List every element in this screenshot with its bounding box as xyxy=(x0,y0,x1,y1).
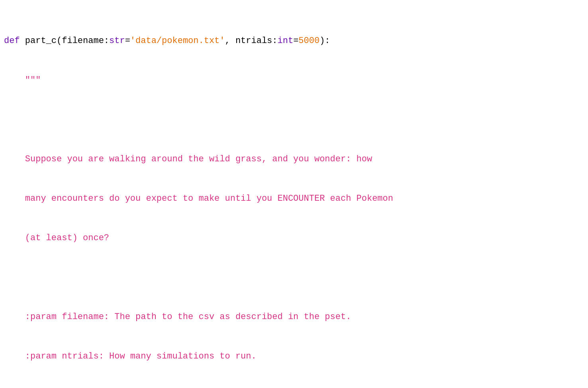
keyword-def: def xyxy=(4,36,20,46)
equals-sign2: = xyxy=(293,36,298,46)
default-ntrials: 5000 xyxy=(298,36,319,46)
equals-sign: = xyxy=(125,36,130,46)
type-str: str xyxy=(109,36,125,46)
blank-line-1 xyxy=(4,113,584,126)
function-name: part_c(filename: xyxy=(20,36,109,46)
docstring-text-5: :param ntrials: How many simulations to … xyxy=(4,351,257,361)
docstring-line-5: :param ntrials: How many simulations to … xyxy=(4,350,584,363)
closing-paren: ): xyxy=(319,36,330,46)
docstring-line-2: many encounters do you expect to make un… xyxy=(4,192,584,205)
comma-space: , ntrials: xyxy=(225,36,278,46)
docstring-delimiter-open: """ xyxy=(4,75,41,85)
type-int: int xyxy=(278,36,294,46)
docstring-line-4: :param filename: The path to the csv as … xyxy=(4,310,584,323)
blank-line-2 xyxy=(4,271,584,284)
docstring-open-1: """ xyxy=(4,74,584,87)
docstring-line-1: Suppose you are walking around the wild … xyxy=(4,153,584,166)
docstring-text-1: Suppose you are walking around the wild … xyxy=(4,154,372,164)
docstring-text-4: :param filename: The path to the csv as … xyxy=(4,312,351,322)
docstring-text-3: (at least) once? xyxy=(4,233,109,243)
docstring-line-3: (at least) once? xyxy=(4,231,584,245)
code-editor: def part_c(filename:str='data/pokemon.tx… xyxy=(4,8,584,388)
code-line-def: def part_c(filename:str='data/pokemon.tx… xyxy=(4,34,584,47)
default-filename: 'data/pokemon.txt' xyxy=(130,36,225,46)
docstring-text-2: many encounters do you expect to make un… xyxy=(4,194,393,204)
